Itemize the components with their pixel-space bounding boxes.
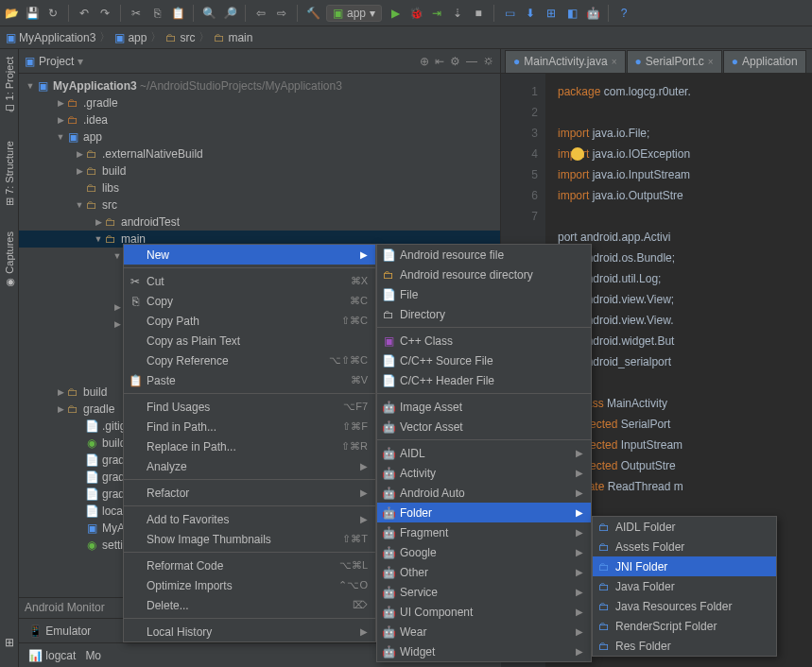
layout-icon[interactable]: ◧ [564, 6, 579, 21]
menu-new[interactable]: New▶ [124, 245, 375, 265]
help-icon[interactable]: ? [616, 6, 631, 21]
menu-android-resource-file[interactable]: 📄Android resource file [377, 245, 591, 265]
monitors-tab[interactable]: Mo [85, 649, 101, 662]
menu-aidl[interactable]: 🤖AIDL▶ [377, 443, 591, 463]
tree-node[interactable]: ▶🗀.gradle [19, 94, 500, 111]
android-icon[interactable]: 🤖 [585, 6, 600, 21]
replace-icon[interactable]: 🔎 [222, 6, 237, 21]
menu-cpp-class[interactable]: ▣C++ Class [377, 331, 591, 351]
bottom-gutter-icon[interactable]: ⊞ [0, 618, 19, 667]
close-icon[interactable]: × [708, 57, 714, 67]
undo-icon[interactable]: ↶ [77, 6, 92, 21]
bulb-icon[interactable] [571, 147, 584, 161]
tab-application[interactable]: ●Application [723, 50, 806, 73]
menu-replace-in-path[interactable]: Replace in Path...⇧⌘R [124, 436, 375, 456]
emulator-tab[interactable]: 📱 Emulator [28, 624, 91, 638]
sync-icon[interactable]: ↻ [45, 6, 60, 21]
menu-copy-path[interactable]: Copy Path⇧⌘C [124, 311, 375, 331]
debug-icon[interactable]: 🐞 [408, 6, 423, 21]
find-icon[interactable]: 🔍 [201, 6, 216, 21]
tab-serialport[interactable]: ●SerialPort.c× [627, 50, 722, 73]
breadcrumb-item[interactable]: ▣app [114, 31, 147, 44]
menu-local-history[interactable]: Local History▶ [124, 622, 375, 641]
menu-cpp-header[interactable]: 📄C/C++ Header File [377, 370, 591, 390]
target-icon[interactable]: ⊕ [420, 55, 429, 68]
menu-refactor[interactable]: Refactor▶ [124, 483, 375, 503]
back-icon[interactable]: ⇦ [253, 6, 268, 21]
tree-node[interactable]: 🗀libs [19, 180, 500, 197]
menu-copy-plain[interactable]: Copy as Plain Text [124, 331, 375, 351]
gear-icon[interactable]: ⚙ [450, 55, 460, 68]
menu-android-auto[interactable]: 🤖Android Auto▶ [377, 483, 591, 503]
menu-reformat[interactable]: Reformat Code⌥⌘L [124, 556, 375, 575]
copy-icon[interactable]: ⎘ [149, 6, 164, 21]
run-icon[interactable]: ▶ [388, 6, 403, 21]
tree-node[interactable]: ▶🗀androidTest [19, 214, 500, 231]
menu-paste[interactable]: 📋Paste⌘V [124, 370, 375, 390]
tree-node[interactable]: ▼🗀src [19, 197, 500, 214]
sdk-icon[interactable]: ⬇ [523, 6, 538, 21]
menu-add-favorites[interactable]: Add to Favorites▶ [124, 509, 375, 529]
menu-renderscript-folder[interactable]: 🗀RenderScript Folder [593, 616, 776, 636]
close-icon[interactable]: × [612, 57, 617, 67]
menu-java-folder[interactable]: 🗀Java Folder [593, 576, 776, 596]
menu-java-res-folder[interactable]: 🗀Java Resources Folder [593, 596, 776, 616]
menu-cpp-source[interactable]: 📄C/C++ Source File [377, 351, 591, 370]
menu-android-resource-dir[interactable]: 🗀Android resource directory [377, 265, 591, 284]
menu-file[interactable]: 📄File [377, 284, 591, 304]
tree-node[interactable]: ▶🗀.idea [19, 111, 500, 128]
menu-folder[interactable]: 🤖Folder▶ [377, 503, 591, 522]
menu-analyze[interactable]: Analyze▶ [124, 456, 375, 476]
hide-icon[interactable]: — [466, 55, 477, 68]
tree-node[interactable]: ▶🗀.externalNativeBuild [19, 145, 500, 162]
menu-find-in-path[interactable]: Find in Path...⇧⌘F [124, 417, 375, 436]
menu-vector-asset[interactable]: 🤖Vector Asset [377, 417, 591, 436]
paste-icon[interactable]: 📋 [170, 6, 185, 21]
tab-mainactivity[interactable]: ●MainActivity.java× [505, 50, 626, 73]
monitor-icon[interactable]: ⊞ [544, 6, 559, 21]
menu-find-usages[interactable]: Find Usages⌥F7 [124, 397, 375, 417]
tree-node[interactable]: ▶🗀build [19, 162, 500, 180]
tree-node[interactable]: ▼▣app [19, 128, 500, 145]
menu-other[interactable]: 🤖Other▶ [377, 562, 591, 582]
logcat-tab[interactable]: 📊 logcat [28, 649, 76, 662]
menu-res-folder[interactable]: 🗀Res Folder [593, 636, 776, 656]
menu-optimize-imports[interactable]: Optimize Imports⌃⌥O [124, 575, 375, 595]
collapse-icon[interactable]: ⇤ [435, 55, 444, 68]
settings-icon[interactable]: ⛭ [483, 55, 494, 68]
run2-icon[interactable]: ⇥ [429, 6, 444, 21]
save-icon[interactable]: 💾 [25, 6, 40, 21]
menu-cut[interactable]: ✂Cut⌘X [124, 271, 375, 291]
cut-icon[interactable]: ✂ [129, 6, 144, 21]
menu-fragment[interactable]: 🤖Fragment▶ [377, 522, 591, 542]
menu-copy-ref[interactable]: Copy Reference⌥⇧⌘C [124, 351, 375, 370]
menu-jni-folder[interactable]: 🗀JNI Folder [593, 556, 776, 576]
menu-widget[interactable]: 🤖Widget▶ [377, 641, 591, 661]
menu-assets-folder[interactable]: 🗀Assets Folder [593, 537, 776, 556]
open-icon[interactable]: 📂 [4, 6, 19, 21]
panel-title[interactable]: ▣ Project ▾ [25, 55, 420, 68]
breadcrumb-item[interactable]: 🗀src [165, 31, 195, 44]
redo-icon[interactable]: ↷ [97, 6, 112, 21]
structure-tool-tab[interactable]: ⊞ 7: Structure [1, 137, 17, 210]
avd-icon[interactable]: ▭ [502, 6, 517, 21]
make-icon[interactable]: 🔨 [305, 6, 320, 21]
project-tool-tab[interactable]: 🗀 1: Project [2, 53, 17, 118]
menu-show-thumbnails[interactable]: Show Image Thumbnails⇧⌘T [124, 529, 375, 549]
menu-ui-component[interactable]: 🤖UI Component▶ [377, 602, 591, 622]
forward-icon[interactable]: ⇨ [274, 6, 289, 21]
run-config-selector[interactable]: ▣ app ▾ [326, 5, 382, 22]
menu-delete[interactable]: Delete...⌦ [124, 595, 375, 615]
attach-icon[interactable]: ⇣ [450, 6, 465, 21]
menu-service[interactable]: 🤖Service▶ [377, 582, 591, 602]
menu-directory[interactable]: 🗀Directory [377, 304, 591, 324]
breadcrumb-item[interactable]: ▣MyApplication3 [6, 31, 95, 44]
menu-copy[interactable]: ⎘Copy⌘C [124, 291, 375, 311]
stop-icon[interactable]: ■ [471, 6, 486, 21]
tree-root[interactable]: ▼▣MyApplication3 ~/AndroidStudioProjects… [19, 77, 500, 94]
captures-tool-tab[interactable]: ◉ Captures [1, 228, 17, 293]
menu-google[interactable]: 🤖Google▶ [377, 542, 591, 562]
menu-wear[interactable]: 🤖Wear▶ [377, 622, 591, 641]
breadcrumb-item[interactable]: 🗀main [214, 31, 252, 44]
menu-activity[interactable]: 🤖Activity▶ [377, 463, 591, 483]
